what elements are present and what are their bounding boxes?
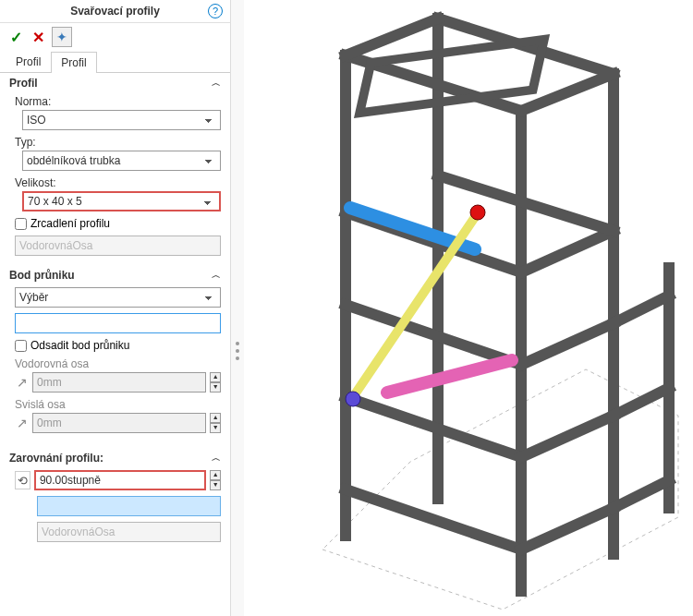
zarovnani-axis-select: VodorovnáOsa xyxy=(37,522,221,542)
section-bod-pruniku: Bod průniku ︿ Výběr Odsadit bod průniku … xyxy=(4,265,226,444)
section-zarovnani: Zarovnání profilu: ︿ ⟲ ▲ ▼ Vodor xyxy=(4,448,226,553)
3d-viewport[interactable] xyxy=(244,0,693,616)
panel-header: Svařovací profily ? xyxy=(0,0,230,23)
section-title: Bod průniku xyxy=(9,269,75,282)
chevron-up-icon: ︿ xyxy=(212,77,221,90)
svg-point-25 xyxy=(470,205,485,220)
zarovnani-blank-input[interactable] xyxy=(37,496,221,516)
arrow-ne-icon: ↗ xyxy=(15,415,29,431)
spin-down[interactable]: ▼ xyxy=(210,382,221,393)
v-axis-label: Svislá osa xyxy=(15,398,221,411)
svg-line-23 xyxy=(387,360,512,393)
tab-profil-1[interactable]: Profil xyxy=(6,51,51,72)
spin-down[interactable]: ▼ xyxy=(210,480,221,490)
h-axis-input xyxy=(32,372,206,393)
spin-up[interactable]: ▲ xyxy=(210,470,221,480)
svg-point-26 xyxy=(346,392,360,406)
spin-up[interactable]: ▲ xyxy=(210,413,221,423)
svg-line-14 xyxy=(521,231,614,272)
norma-select[interactable]: ISO xyxy=(22,110,221,130)
panel-title: Svařovací profily xyxy=(22,5,208,18)
panel-scroll[interactable]: Profil ︿ Norma: ISO Typ: obdélníková tru… xyxy=(0,73,230,616)
typ-select[interactable]: obdélníková trubka xyxy=(22,151,221,171)
h-axis-label: Vodorovná osa xyxy=(15,357,221,370)
spin-down[interactable]: ▼ xyxy=(210,423,221,433)
arrow-ne-icon: ↗ xyxy=(15,374,29,391)
mirror-axis-select: VodorovnáOsa xyxy=(15,236,221,256)
tab-strip: Profil Profil xyxy=(0,51,230,73)
cancel-button[interactable]: ✕ xyxy=(30,29,46,45)
typ-label: Typ: xyxy=(15,136,221,149)
section-title: Zarovnání profilu: xyxy=(9,452,103,465)
tab-profil-2[interactable]: Profil xyxy=(51,52,96,73)
angle-input[interactable] xyxy=(34,470,207,490)
help-icon[interactable]: ? xyxy=(208,4,223,18)
check-icon: ✓ xyxy=(10,29,22,46)
mirror-checkbox[interactable] xyxy=(15,218,27,230)
velikost-label: Velikost: xyxy=(15,176,221,189)
section-profil: Profil ︿ Norma: ISO Typ: obdélníková tru… xyxy=(4,73,226,261)
rotate-icon[interactable]: ⟲ xyxy=(15,471,30,489)
svg-line-18 xyxy=(614,296,669,323)
svg-line-17 xyxy=(521,508,614,550)
action-row: ✓ ✕ ✦ xyxy=(0,23,230,51)
section-header-bod[interactable]: Bod průniku ︿ xyxy=(4,265,226,285)
norma-label: Norma: xyxy=(15,95,221,108)
handle-dot xyxy=(236,349,239,353)
svg-line-7 xyxy=(346,18,438,55)
svg-line-20 xyxy=(614,480,669,508)
offset-label: Odsadit bod průniku xyxy=(30,339,129,352)
handle-dot xyxy=(236,356,239,360)
v-axis-input xyxy=(32,413,206,433)
bod-input[interactable] xyxy=(15,313,221,333)
close-icon: ✕ xyxy=(32,29,44,46)
mirror-label: Zrcadlení profilu xyxy=(30,217,110,230)
structure-drawing xyxy=(244,0,693,616)
svg-line-19 xyxy=(614,388,669,416)
side-handle[interactable] xyxy=(231,0,244,616)
ok-button[interactable]: ✓ xyxy=(7,29,24,45)
chevron-up-icon: ︿ xyxy=(212,452,221,465)
spin-up[interactable]: ▲ xyxy=(210,372,221,382)
velikost-select[interactable]: 70 x 40 x 5 xyxy=(22,191,221,211)
pin-button[interactable]: ✦ xyxy=(52,27,72,47)
section-header-zarovnani[interactable]: Zarovnání profilu: ︿ xyxy=(4,448,226,468)
pin-icon: ✦ xyxy=(56,30,67,44)
vyber-select[interactable]: Výběr xyxy=(15,287,221,308)
handle-dot xyxy=(236,342,239,345)
property-panel: Svařovací profily ? ✓ ✕ ✦ Profil Profil … xyxy=(0,0,231,616)
chevron-up-icon: ︿ xyxy=(212,269,221,282)
section-title: Profil xyxy=(9,77,38,90)
svg-rect-9 xyxy=(359,40,544,114)
svg-line-16 xyxy=(521,416,614,457)
offset-checkbox[interactable] xyxy=(15,340,27,352)
svg-line-15 xyxy=(521,323,614,365)
section-header-profil[interactable]: Profil ︿ xyxy=(4,73,226,93)
